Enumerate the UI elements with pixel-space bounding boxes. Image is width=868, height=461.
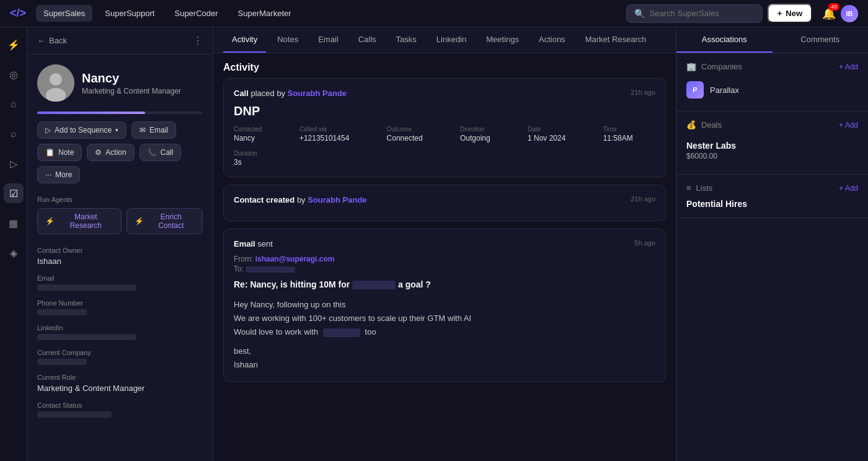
- action-button[interactable]: ⚙ Action: [87, 144, 134, 161]
- deals-add-button[interactable]: + Add: [839, 121, 858, 130]
- back-arrow-icon: ←: [37, 36, 45, 45]
- email-button[interactable]: ✉ Email: [131, 121, 176, 139]
- right-panel: Associations Comments 🏢 Companies + Add …: [676, 27, 868, 461]
- target-icon-btn[interactable]: ◎: [4, 64, 24, 84]
- call-meta: Contacted Nancy Called via +12135101454 …: [234, 126, 655, 167]
- new-button[interactable]: + New: [768, 4, 812, 23]
- nav-supersales[interactable]: SuperSales: [36, 5, 92, 22]
- more-button[interactable]: ··· More: [37, 166, 80, 183]
- enrich-contact-button[interactable]: ⚡ Enrich Contact: [126, 208, 203, 234]
- email-card-time: 5h ago: [634, 239, 655, 247]
- enrich-icon: ⚡: [135, 217, 144, 226]
- meta-duration: Duration 3s: [234, 150, 285, 167]
- action-icon: ⚙: [95, 148, 102, 157]
- search-icon-btn[interactable]: ⌕: [4, 124, 24, 144]
- inbox-icon-btn[interactable]: ▷: [4, 154, 24, 173]
- email-to: To:: [234, 265, 655, 273]
- tasks-icon-btn[interactable]: ☑: [4, 183, 24, 203]
- tab-actions[interactable]: Actions: [530, 27, 574, 53]
- activity-content: Call placed by Sourabh Pande 21h ago DNP…: [213, 78, 676, 461]
- market-research-button[interactable]: ⚡ Market Research: [37, 208, 122, 234]
- contact-avatar: [37, 64, 74, 102]
- notification-bell[interactable]: 🔔 49: [822, 7, 836, 20]
- search-bar[interactable]: 🔍: [626, 4, 763, 23]
- tab-notes[interactable]: Notes: [268, 27, 307, 53]
- icon-sidebar: ⚡ ◎ ⌂ ⌕ ▷ ☑ ▦ ◈: [0, 27, 27, 461]
- lists-title: ≡ Lists: [686, 183, 712, 193]
- email-icon: ✉: [140, 126, 146, 134]
- home-icon-btn[interactable]: ⌂: [4, 94, 24, 114]
- nav-supercoder[interactable]: SuperCoder: [167, 5, 225, 22]
- nav-supermarketer[interactable]: SuperMarketer: [231, 5, 299, 22]
- right-panel-tabs: Associations Comments: [676, 27, 868, 53]
- tab-meetings[interactable]: Meetings: [477, 27, 528, 53]
- run-agents-label: Run Agents: [37, 196, 203, 203]
- notif-area: 🔔 49 IB: [822, 5, 858, 22]
- field-email: Email: [37, 274, 203, 291]
- email-line-2: We are working with 100+ customers to sc…: [234, 312, 655, 325]
- call-card-time: 21h ago: [631, 89, 655, 96]
- run-agents: Run Agents ⚡ Market Research ⚡ Enrich Co…: [27, 191, 213, 242]
- tab-market-research[interactable]: Market Research: [577, 27, 655, 53]
- tab-comments[interactable]: Comments: [773, 27, 869, 53]
- companies-section: 🏢 Companies + Add P Parallax: [676, 53, 868, 112]
- contact-info: Nancy Marketing & Content Manager: [27, 55, 213, 112]
- body-redacted-1: [323, 328, 360, 337]
- companies-title: 🏢 Companies: [686, 62, 742, 71]
- tab-associations[interactable]: Associations: [676, 27, 773, 53]
- field-contact-status: Contact Status: [37, 402, 203, 418]
- meta-called-via: Called via +12135101454: [299, 126, 372, 143]
- email-subject: Re: Nancy, is hitting 10M for a goal ?: [234, 279, 655, 289]
- nav-supersupport[interactable]: SuperSupport: [97, 5, 162, 22]
- call-dnp: DNP: [234, 104, 655, 118]
- tab-activity[interactable]: Activity: [223, 27, 266, 53]
- field-current-role: Current Role Marketing & Content Manager: [37, 374, 203, 393]
- progress-fill: [37, 112, 145, 114]
- deals-title: 💰 Deals: [686, 120, 722, 130]
- lists-section: ≡ Lists + Add Potential Hires: [676, 175, 868, 218]
- contact-role-subtitle: Marketing & Content Manager: [82, 87, 181, 95]
- more-options-icon[interactable]: ⋮: [193, 35, 203, 46]
- building-icon: 🏢: [686, 62, 696, 71]
- action-buttons: ▷ Add to Sequence ▾ ✉ Email 📋 Note ⚙ Act…: [27, 121, 213, 191]
- field-current-company: Current Company: [37, 349, 203, 365]
- chart-icon-btn[interactable]: ▦: [4, 213, 24, 233]
- email-line-1: Hey Nancy, following up on this: [234, 298, 655, 312]
- main-content: ⚡ ◎ ⌂ ⌕ ▷ ☑ ▦ ◈ ← Back ⋮ Nancy: [0, 27, 868, 461]
- email-to-redacted: [246, 266, 295, 273]
- tab-email[interactable]: Email: [309, 27, 347, 53]
- note-button[interactable]: 📋 Note: [37, 144, 82, 161]
- tab-tasks[interactable]: Tasks: [388, 27, 425, 53]
- dropdown-caret-icon: ▾: [115, 127, 118, 133]
- call-button[interactable]: 📞 Call: [140, 144, 182, 161]
- back-button[interactable]: ← Back: [37, 36, 67, 45]
- contact-fields: Contact Owner Ishaan Email Phone Number …: [27, 242, 213, 431]
- lightning-icon-btn[interactable]: ⚡: [4, 35, 24, 55]
- call-card-title: Call placed by Sourabh Pande: [234, 89, 347, 98]
- avatar-icon[interactable]: IB: [841, 5, 858, 22]
- coin-icon: 💰: [686, 120, 696, 130]
- svg-point-1: [50, 73, 62, 86]
- tab-linkedin[interactable]: Linkedin: [428, 27, 475, 53]
- tab-calls[interactable]: Calls: [350, 27, 385, 53]
- meta-time: Time 11:58AM: [603, 126, 655, 143]
- sequence-icon: ▷: [45, 126, 51, 134]
- contact-header: ← Back ⋮: [27, 27, 213, 55]
- email-sign-off: best, Ishaan: [234, 345, 655, 372]
- email-body: Hey Nancy, following up on this We are w…: [234, 298, 655, 371]
- email-activity-card: Email sent 5h ago From: ishaan@superagi.…: [223, 229, 666, 382]
- settings-icon-btn[interactable]: ◈: [4, 243, 24, 263]
- notif-count: 49: [828, 3, 839, 11]
- contact-sidebar: ← Back ⋮ Nancy Marketing & Content Manag…: [27, 27, 213, 461]
- lists-add-button[interactable]: + Add: [839, 184, 858, 193]
- app-logo: </>: [10, 7, 26, 20]
- subject-redacted: [352, 281, 396, 289]
- plus-icon: +: [777, 9, 782, 18]
- companies-add-button[interactable]: + Add: [839, 63, 858, 71]
- search-input[interactable]: [650, 9, 755, 18]
- add-to-sequence-button[interactable]: ▷ Add to Sequence ▾: [37, 121, 126, 139]
- activity-title: Activity: [213, 53, 676, 78]
- email-line-3: Would love to work with too: [234, 325, 655, 339]
- lightning-agent-icon: ⚡: [45, 217, 55, 226]
- top-nav: </> SuperSales SuperSupport SuperCoder S…: [0, 0, 868, 27]
